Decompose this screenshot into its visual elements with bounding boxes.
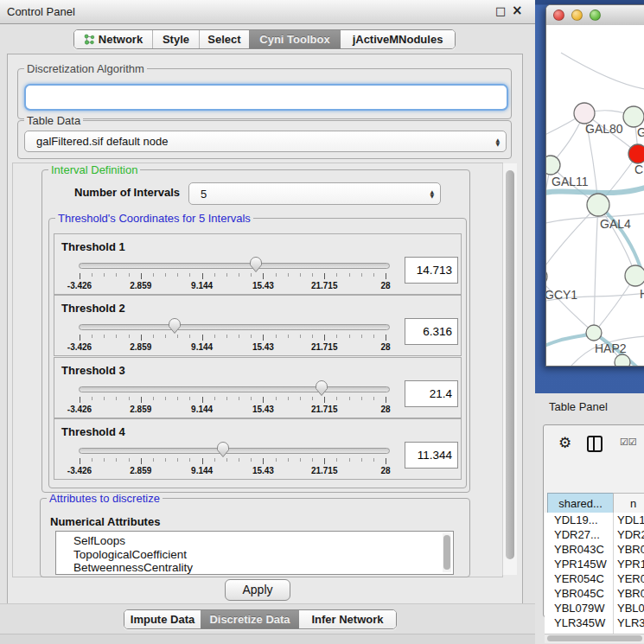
network-graph[interactable]: GAL80GCGAL11GAL4GCY1HHAP2 [546, 25, 644, 366]
tab-discretize-data[interactable]: Discretize Data [201, 610, 299, 628]
network-node-bottom-edge[interactable] [615, 354, 630, 366]
column-layout-icon[interactable] [587, 436, 603, 452]
slider-tick [239, 397, 239, 400]
threshold-value-field[interactable]: 14.713 [405, 257, 458, 284]
list-scrollbar[interactable] [443, 533, 451, 572]
network-node-gal4[interactable] [587, 194, 609, 216]
table-cell[interactable]: YBL079W [554, 602, 605, 615]
table-row[interactable]: YDR27... YDR2 [545, 527, 644, 542]
tab-impute-data[interactable]: Impute Data [124, 610, 201, 628]
network-edge[interactable] [594, 205, 598, 333]
table-cell[interactable]: YPR145W [554, 558, 607, 571]
slider-tick [276, 273, 277, 277]
network-view-window[interactable]: GAL80GCGAL11GAL4GCY1HHAP2 [545, 4, 644, 367]
threshold-value-field[interactable]: 11.344 [405, 442, 458, 469]
table-row[interactable]: YDL19... YDL1 [545, 513, 644, 527]
network-edge[interactable] [561, 53, 644, 89]
tab-infer-network[interactable]: Infer Network [299, 610, 396, 628]
tab-jactivemnodules[interactable]: jActiveMNodules [341, 30, 455, 48]
network-canvas[interactable]: GAL80GCGAL11GAL4GCY1HHAP2 [546, 25, 644, 366]
network-node-gal80[interactable] [574, 103, 595, 124]
slider-track[interactable] [79, 386, 390, 392]
table-panel: Table Panel ⚙ ☑☑ shared... n YDL19... YD… [535, 393, 644, 644]
threshold-value-field[interactable]: 21.4 [405, 380, 458, 407]
apply-button[interactable]: Apply [225, 579, 290, 601]
slider-track[interactable] [79, 263, 390, 269]
tab-label: Infer Network [311, 613, 383, 626]
table-cell[interactable]: YBR0 [617, 543, 644, 556]
table-row[interactable]: YBR045C YBR0 [545, 586, 644, 601]
table-cell[interactable]: YBL0 [617, 602, 644, 615]
column-header-name[interactable]: n [613, 493, 644, 513]
table-cell[interactable]: YDR27... [554, 528, 600, 541]
threshold-slider[interactable]: -3.4262.8599.14415.4321.71528 [54, 358, 409, 418]
network-node-gal11[interactable] [546, 156, 560, 175]
scrollbar-thumb[interactable] [547, 635, 642, 641]
slider-thumb[interactable] [315, 379, 328, 397]
threshold-slider[interactable]: -3.4262.8599.14415.4321.71528 [54, 234, 409, 294]
float-window-icon[interactable]: □ [495, 4, 506, 18]
table-row[interactable]: YLR345W YLR3 [545, 615, 644, 630]
slider-thumb[interactable] [216, 441, 230, 458]
network-node-gcy1[interactable] [546, 267, 547, 286]
table-cell[interactable]: YPR1 [617, 558, 644, 571]
algorithm-combobox[interactable] [24, 84, 508, 111]
tab-select[interactable]: Select [199, 30, 249, 48]
table-cell[interactable]: YBR045C [554, 587, 604, 600]
list-item[interactable]: BetweennessCentrality [56, 561, 453, 575]
table-cell[interactable]: YBR043C [554, 543, 604, 556]
slider-tick [141, 458, 142, 464]
network-node-right-mid[interactable] [625, 265, 644, 286]
minimize-traffic-light-icon[interactable] [571, 10, 583, 21]
slider-thumb[interactable] [249, 256, 263, 273]
tab-cyni-toolbox[interactable]: Cyni Toolbox [249, 30, 341, 48]
slider-tick [336, 273, 337, 277]
network-edge[interactable] [546, 205, 598, 277]
network-node-top-right[interactable] [623, 106, 644, 127]
close-icon[interactable]: × [512, 3, 523, 17]
threshold-slider[interactable]: -3.4262.8599.14415.4321.71528 [54, 296, 409, 355]
slider-track[interactable] [79, 448, 390, 454]
stepper-arrows-icon[interactable]: ▲▼ [495, 137, 500, 146]
table-cell[interactable]: YLR3 [617, 616, 644, 629]
table-cell[interactable]: YDL19... [554, 513, 598, 526]
slider-tick [349, 458, 350, 462]
table-row[interactable]: YBL079W YBL0 [545, 601, 644, 615]
table-cell[interactable]: YER0 [617, 572, 644, 585]
table-cell[interactable]: YDL1 [617, 513, 644, 526]
zoom-traffic-light-icon[interactable] [590, 10, 601, 21]
column-header-shared-name[interactable]: shared... [547, 493, 614, 513]
list-item[interactable]: TopologicalCoefficient [56, 548, 453, 562]
select-columns-icon[interactable]: ☑☑ [620, 437, 637, 448]
table-data-combobox[interactable]: galFiltered.sif default node ▲▼ [24, 131, 507, 152]
network-node-red-node[interactable] [628, 144, 644, 163]
horizontal-scrollbar[interactable] [545, 634, 644, 643]
table-cell[interactable]: YBR0 [617, 587, 644, 600]
threshold-slider[interactable]: -3.4262.8599.14415.4321.71528 [54, 419, 409, 479]
table-row[interactable]: YPR145W YPR1 [545, 557, 644, 571]
scrollbar-thumb[interactable] [506, 170, 514, 559]
network-edge-highlighted[interactable] [546, 188, 644, 194]
slider-thumb[interactable] [168, 317, 182, 335]
table-cell[interactable]: YLR345W [554, 616, 605, 629]
tab-style[interactable]: Style [152, 30, 199, 48]
table-cell[interactable]: YER054C [554, 572, 604, 585]
table-row[interactable]: YBR043C YBR0 [545, 542, 644, 557]
stepper-arrows-icon[interactable]: ▲▼ [430, 189, 434, 198]
number-of-intervals-combobox[interactable]: 5 ▲▼ [188, 182, 441, 205]
list-item[interactable]: SelfLoops [56, 532, 453, 548]
table-row[interactable]: YER054C YER0 [545, 571, 644, 586]
cytoscape-desktop: GAL80GCGAL11GAL4GCY1HHAP2 [535, 0, 644, 393]
network-edge[interactable] [546, 277, 594, 333]
gear-icon[interactable]: ⚙ [558, 434, 571, 451]
table-cell[interactable]: YDR2 [617, 528, 644, 541]
threshold-value-field[interactable]: 6.316 [405, 318, 458, 345]
close-traffic-light-icon[interactable] [553, 10, 564, 21]
network-window-titlebar[interactable] [546, 5, 644, 26]
network-node-hap2[interactable] [586, 325, 602, 341]
numerical-attributes-list[interactable]: SelfLoops TopologicalCoefficient Between… [55, 531, 454, 575]
scrollbar-thumb[interactable] [443, 535, 450, 570]
slider-track[interactable] [79, 324, 390, 330]
vertical-scrollbar[interactable] [502, 163, 517, 575]
tab-network[interactable]: Network [74, 30, 152, 48]
